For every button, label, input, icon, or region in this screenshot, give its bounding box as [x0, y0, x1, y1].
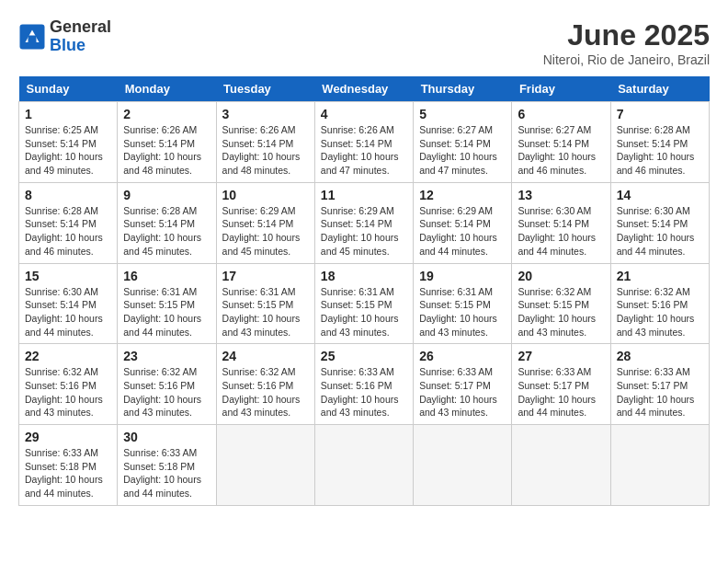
table-row: 25 Sunrise: 6:33 AM Sunset: 5:16 PM Dayl…	[314, 344, 413, 425]
table-row: 14 Sunrise: 6:30 AM Sunset: 5:14 PM Dayl…	[610, 182, 709, 263]
day-number: 3	[222, 107, 309, 121]
table-row: 18 Sunrise: 6:31 AM Sunset: 5:15 PM Dayl…	[314, 263, 413, 344]
day-number: 8	[25, 188, 111, 202]
table-row: 4 Sunrise: 6:26 AM Sunset: 5:14 PM Dayli…	[314, 102, 413, 183]
logo-icon	[18, 23, 46, 51]
table-row: 27 Sunrise: 6:33 AM Sunset: 5:17 PM Dayl…	[512, 344, 610, 425]
table-row: 20 Sunrise: 6:32 AM Sunset: 5:15 PM Dayl…	[512, 263, 610, 344]
day-number: 29	[25, 430, 111, 444]
table-row: 5 Sunrise: 6:27 AM Sunset: 5:14 PM Dayli…	[414, 102, 512, 183]
day-number: 15	[25, 269, 111, 283]
day-number: 14	[617, 188, 703, 202]
table-row	[512, 425, 610, 506]
table-row: 8 Sunrise: 6:28 AM Sunset: 5:14 PM Dayli…	[19, 182, 118, 263]
header-saturday: Saturday	[610, 76, 709, 102]
table-row: 16 Sunrise: 6:31 AM Sunset: 5:15 PM Dayl…	[118, 263, 216, 344]
table-row: 11 Sunrise: 6:29 AM Sunset: 5:14 PM Dayl…	[314, 182, 413, 263]
calendar-table: Sunday Monday Tuesday Wednesday Thursday…	[18, 76, 710, 506]
day-number: 16	[123, 269, 210, 283]
table-row: 6 Sunrise: 6:27 AM Sunset: 5:14 PM Dayli…	[512, 102, 610, 183]
table-row: 28 Sunrise: 6:33 AM Sunset: 5:17 PM Dayl…	[610, 344, 709, 425]
day-number: 28	[617, 349, 703, 363]
logo-blue-text: Blue	[50, 36, 85, 54]
day-info: Sunrise: 6:28 AM Sunset: 5:14 PM Dayligh…	[25, 204, 111, 259]
header-wednesday: Wednesday	[314, 76, 413, 102]
table-row	[610, 425, 709, 506]
day-number: 19	[419, 269, 506, 283]
day-number: 18	[321, 269, 407, 283]
day-info: Sunrise: 6:33 AM Sunset: 5:16 PM Dayligh…	[321, 365, 407, 419]
day-number: 4	[321, 107, 407, 121]
day-info: Sunrise: 6:29 AM Sunset: 5:14 PM Dayligh…	[419, 204, 506, 259]
table-row: 26 Sunrise: 6:33 AM Sunset: 5:17 PM Dayl…	[414, 344, 512, 425]
day-info: Sunrise: 6:30 AM Sunset: 5:14 PM Dayligh…	[518, 204, 604, 259]
day-number: 9	[123, 188, 210, 202]
day-info: Sunrise: 6:33 AM Sunset: 5:17 PM Dayligh…	[617, 365, 703, 419]
day-number: 2	[123, 107, 210, 121]
table-row	[314, 425, 413, 506]
day-number: 6	[518, 107, 604, 121]
logo-general-text: General	[50, 17, 111, 36]
day-info: Sunrise: 6:33 AM Sunset: 5:17 PM Dayligh…	[419, 365, 506, 419]
day-info: Sunrise: 6:25 AM Sunset: 5:14 PM Dayligh…	[25, 123, 111, 178]
day-number: 20	[518, 269, 604, 283]
day-info: Sunrise: 6:32 AM Sunset: 5:16 PM Dayligh…	[123, 365, 210, 419]
day-number: 12	[419, 188, 506, 202]
day-info: Sunrise: 6:33 AM Sunset: 5:18 PM Dayligh…	[123, 446, 210, 500]
day-info: Sunrise: 6:31 AM Sunset: 5:15 PM Dayligh…	[222, 285, 309, 339]
table-row: 10 Sunrise: 6:29 AM Sunset: 5:14 PM Dayl…	[216, 182, 314, 263]
logo: General Blue	[18, 18, 111, 55]
day-number: 26	[419, 349, 506, 363]
day-number: 1	[25, 107, 111, 121]
table-row: 1 Sunrise: 6:25 AM Sunset: 5:14 PM Dayli…	[19, 102, 118, 183]
day-info: Sunrise: 6:26 AM Sunset: 5:14 PM Dayligh…	[222, 123, 309, 178]
day-number: 22	[25, 349, 111, 363]
table-row: 7 Sunrise: 6:28 AM Sunset: 5:14 PM Dayli…	[610, 102, 709, 183]
table-row: 22 Sunrise: 6:32 AM Sunset: 5:16 PM Dayl…	[19, 344, 118, 425]
table-row: 2 Sunrise: 6:26 AM Sunset: 5:14 PM Dayli…	[118, 102, 216, 183]
table-row: 24 Sunrise: 6:32 AM Sunset: 5:16 PM Dayl…	[216, 344, 314, 425]
table-row	[414, 425, 512, 506]
day-number: 25	[321, 349, 407, 363]
header-sunday: Sunday	[19, 76, 118, 102]
day-info: Sunrise: 6:28 AM Sunset: 5:14 PM Dayligh…	[123, 204, 210, 259]
table-row: 13 Sunrise: 6:30 AM Sunset: 5:14 PM Dayl…	[512, 182, 610, 263]
weekday-header-row: Sunday Monday Tuesday Wednesday Thursday…	[19, 76, 710, 102]
svg-rect-2	[28, 35, 37, 42]
day-info: Sunrise: 6:30 AM Sunset: 5:14 PM Dayligh…	[25, 285, 111, 339]
day-number: 7	[617, 107, 703, 121]
table-row: 21 Sunrise: 6:32 AM Sunset: 5:16 PM Dayl…	[610, 263, 709, 344]
day-info: Sunrise: 6:28 AM Sunset: 5:14 PM Dayligh…	[617, 123, 703, 178]
location: Niteroi, Rio de Janeiro, Brazil	[543, 52, 710, 67]
table-row: 3 Sunrise: 6:26 AM Sunset: 5:14 PM Dayli…	[216, 102, 314, 183]
header-thursday: Thursday	[414, 76, 512, 102]
table-row: 23 Sunrise: 6:32 AM Sunset: 5:16 PM Dayl…	[118, 344, 216, 425]
day-info: Sunrise: 6:32 AM Sunset: 5:16 PM Dayligh…	[25, 365, 111, 419]
day-info: Sunrise: 6:32 AM Sunset: 5:15 PM Dayligh…	[518, 285, 604, 339]
day-number: 30	[123, 430, 210, 444]
day-info: Sunrise: 6:31 AM Sunset: 5:15 PM Dayligh…	[321, 285, 407, 339]
page-header: General Blue June 2025 Niteroi, Rio de J…	[18, 18, 710, 67]
header-friday: Friday	[512, 76, 610, 102]
day-info: Sunrise: 6:27 AM Sunset: 5:14 PM Dayligh…	[518, 123, 604, 178]
day-info: Sunrise: 6:29 AM Sunset: 5:14 PM Dayligh…	[222, 204, 309, 259]
day-number: 21	[617, 269, 703, 283]
table-row: 15 Sunrise: 6:30 AM Sunset: 5:14 PM Dayl…	[19, 263, 118, 344]
day-info: Sunrise: 6:27 AM Sunset: 5:14 PM Dayligh…	[419, 123, 506, 178]
day-number: 24	[222, 349, 309, 363]
header-monday: Monday	[118, 76, 216, 102]
day-info: Sunrise: 6:33 AM Sunset: 5:18 PM Dayligh…	[25, 446, 111, 500]
day-number: 17	[222, 269, 309, 283]
day-info: Sunrise: 6:31 AM Sunset: 5:15 PM Dayligh…	[123, 285, 210, 339]
day-info: Sunrise: 6:31 AM Sunset: 5:15 PM Dayligh…	[419, 285, 506, 339]
day-info: Sunrise: 6:26 AM Sunset: 5:14 PM Dayligh…	[123, 123, 210, 178]
header-tuesday: Tuesday	[216, 76, 314, 102]
day-number: 13	[518, 188, 604, 202]
table-row: 30 Sunrise: 6:33 AM Sunset: 5:18 PM Dayl…	[118, 425, 216, 506]
table-row	[216, 425, 314, 506]
day-info: Sunrise: 6:30 AM Sunset: 5:14 PM Dayligh…	[617, 204, 703, 259]
day-number: 27	[518, 349, 604, 363]
day-info: Sunrise: 6:26 AM Sunset: 5:14 PM Dayligh…	[321, 123, 407, 178]
table-row: 12 Sunrise: 6:29 AM Sunset: 5:14 PM Dayl…	[414, 182, 512, 263]
table-row: 19 Sunrise: 6:31 AM Sunset: 5:15 PM Dayl…	[414, 263, 512, 344]
